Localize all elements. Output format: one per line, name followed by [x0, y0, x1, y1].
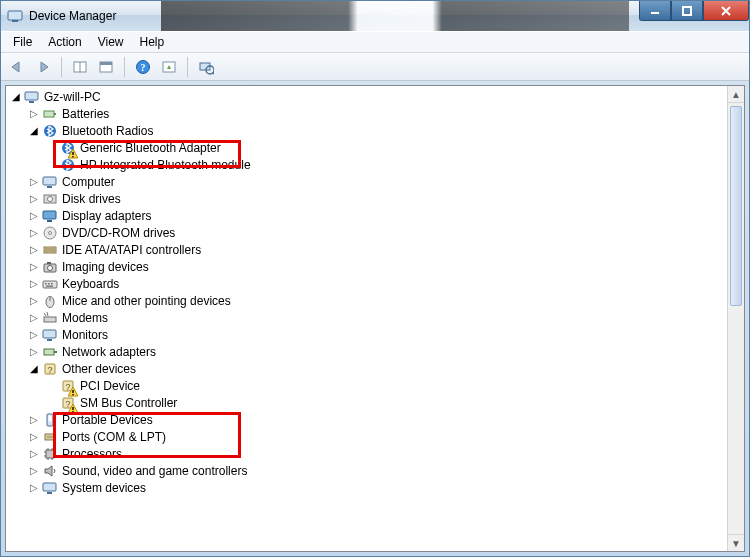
expand-icon[interactable]: ▷: [28, 465, 40, 477]
window-controls: [639, 1, 749, 21]
dvd-icon: [42, 225, 58, 241]
device-hp-bluetooth[interactable]: ▷ HP Integrated Bluetooth module: [42, 156, 744, 173]
device-label: HP Integrated Bluetooth module: [80, 158, 251, 172]
keyboard-icon: [42, 276, 58, 292]
svg-rect-60: [49, 415, 52, 421]
expand-icon[interactable]: ▷: [28, 278, 40, 290]
category-bluetooth[interactable]: ◢ Bluetooth Radios: [24, 122, 744, 139]
category-network[interactable]: ▷ Network adapters: [24, 343, 744, 360]
category-other-devices[interactable]: ◢ ? Other devices: [24, 360, 744, 377]
scroll-up-button[interactable]: ▲: [728, 86, 744, 103]
category-label: Network adapters: [62, 345, 156, 359]
update-driver-button[interactable]: [157, 55, 181, 79]
category-label: DVD/CD-ROM drives: [62, 226, 175, 240]
category-system-devices[interactable]: ▷ System devices: [24, 479, 744, 496]
other-icon: ?: [42, 361, 58, 377]
vertical-scrollbar[interactable]: ▲ ▼: [727, 86, 744, 551]
svg-point-30: [49, 231, 52, 234]
category-computer[interactable]: ▷ Computer: [24, 173, 744, 190]
svg-rect-46: [47, 339, 52, 341]
svg-rect-38: [45, 283, 47, 285]
aero-reflection: [161, 1, 629, 31]
expand-icon[interactable]: ▷: [28, 261, 40, 273]
device-label: PCI Device: [80, 379, 140, 393]
device-generic-bluetooth[interactable]: ▷ Generic Bluetooth Adapter: [42, 139, 744, 156]
svg-rect-36: [47, 262, 51, 264]
expand-icon[interactable]: ▷: [28, 176, 40, 188]
svg-rect-47: [44, 349, 54, 355]
disk-icon: [42, 191, 58, 207]
svg-rect-48: [54, 351, 57, 353]
category-display-adapters[interactable]: ▷ Display adapters: [24, 207, 744, 224]
monitor-icon: [42, 327, 58, 343]
category-label: Disk drives: [62, 192, 121, 206]
mouse-icon: [42, 293, 58, 309]
expand-icon[interactable]: ▷: [28, 414, 40, 426]
category-ports[interactable]: ▷ Ports (COM & LPT): [24, 428, 744, 445]
device-manager-window: Device Manager File Action View Help: [0, 0, 750, 557]
menu-file[interactable]: File: [5, 32, 40, 52]
scroll-down-button[interactable]: ▼: [728, 534, 744, 551]
toolbar-separator: [61, 57, 62, 77]
category-monitors[interactable]: ▷ Monitors: [24, 326, 744, 343]
svg-rect-28: [47, 220, 52, 222]
category-keyboards[interactable]: ▷ Keyboards: [24, 275, 744, 292]
svg-point-63: [49, 436, 51, 438]
category-disk-drives[interactable]: ▷ Disk drives: [24, 190, 744, 207]
category-mice[interactable]: ▷ Mice and other pointing devices: [24, 292, 744, 309]
tree-view[interactable]: ◢ Gz-will-PC ▷ Batteries ◢ Bl: [5, 85, 745, 552]
expand-icon[interactable]: ▷: [28, 227, 40, 239]
expand-icon[interactable]: ▷: [28, 329, 40, 341]
expand-icon[interactable]: ▷: [28, 312, 40, 324]
category-label: Modems: [62, 311, 108, 325]
network-icon: [42, 344, 58, 360]
svg-rect-57: [72, 407, 73, 410]
category-batteries[interactable]: ▷ Batteries: [24, 105, 744, 122]
category-imaging[interactable]: ▷ Imaging devices: [24, 258, 744, 275]
minimize-button[interactable]: [639, 1, 671, 21]
menu-action[interactable]: Action: [40, 32, 89, 52]
expand-icon[interactable]: ▷: [28, 193, 40, 205]
scroll-thumb[interactable]: [730, 106, 742, 306]
category-ide[interactable]: ▷ IDE ATA/ATAPI controllers: [24, 241, 744, 258]
show-hidden-button[interactable]: [68, 55, 92, 79]
expand-icon[interactable]: ▷: [28, 346, 40, 358]
expand-icon[interactable]: ▷: [28, 482, 40, 494]
svg-rect-40: [51, 283, 53, 285]
system-icon: [42, 480, 58, 496]
menu-help[interactable]: Help: [132, 32, 173, 52]
expand-icon[interactable]: ▷: [28, 295, 40, 307]
collapse-icon[interactable]: ◢: [10, 91, 22, 103]
category-modems[interactable]: ▷ Modems: [24, 309, 744, 326]
expand-icon[interactable]: ▷: [28, 244, 40, 256]
device-smbus[interactable]: ▷ ? SM Bus Controller: [42, 394, 744, 411]
maximize-button[interactable]: [671, 1, 703, 21]
svg-point-62: [47, 436, 49, 438]
help-button[interactable]: ?: [131, 55, 155, 79]
expand-icon[interactable]: ▷: [28, 108, 40, 120]
expand-icon[interactable]: ▷: [28, 210, 40, 222]
category-label: Processors: [62, 447, 122, 461]
expand-icon[interactable]: ▷: [28, 431, 40, 443]
svg-rect-2: [651, 12, 659, 14]
svg-rect-75: [47, 492, 52, 494]
category-portable-devices[interactable]: ▷ Portable Devices: [24, 411, 744, 428]
back-button[interactable]: [5, 55, 29, 79]
title-bar[interactable]: Device Manager: [1, 1, 749, 31]
category-sound[interactable]: ▷ Sound, video and game controllers: [24, 462, 744, 479]
scan-hardware-button[interactable]: [194, 55, 218, 79]
category-processors[interactable]: ▷ Processors: [24, 445, 744, 462]
device-pci[interactable]: ▷ ? PCI Device: [42, 377, 744, 394]
svg-text:?: ?: [47, 364, 52, 374]
svg-rect-74: [43, 483, 56, 491]
category-dvd[interactable]: ▷ DVD/CD-ROM drives: [24, 224, 744, 241]
forward-button[interactable]: [31, 55, 55, 79]
close-button[interactable]: [703, 1, 749, 21]
expand-icon[interactable]: ▷: [28, 448, 40, 460]
svg-rect-1: [12, 20, 18, 22]
properties-button[interactable]: [94, 55, 118, 79]
collapse-icon[interactable]: ◢: [28, 125, 40, 137]
collapse-icon[interactable]: ◢: [28, 363, 40, 375]
tree-root[interactable]: ◢ Gz-will-PC: [6, 88, 744, 105]
menu-view[interactable]: View: [90, 32, 132, 52]
